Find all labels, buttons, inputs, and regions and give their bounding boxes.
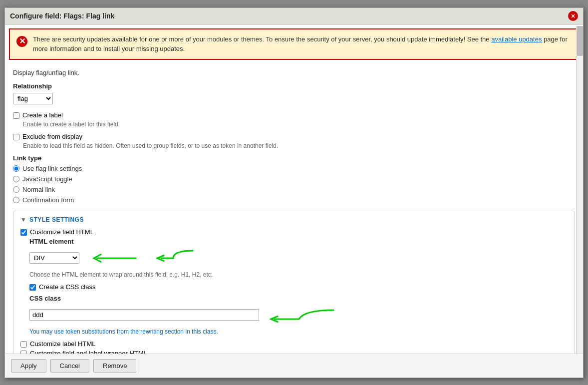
create-css-text: Create a CSS class — [39, 283, 95, 291]
style-settings-title: STYLE SETTINGS — [29, 216, 84, 223]
create-label-row: Create a label — [13, 111, 575, 119]
customize-label-html-checkbox[interactable] — [20, 341, 27, 348]
customize-field-label-wrapper-row: Customize field and label wrapper HTML — [20, 350, 568, 354]
dialog-body: Display flag/unflag link. Relationship f… — [5, 64, 583, 354]
svg-text:✕: ✕ — [19, 37, 25, 45]
exclude-display-text: Exclude from display — [22, 133, 82, 140]
close-button[interactable]: × — [568, 11, 578, 21]
dialog-title: Configure field: Flags: Flag link — [10, 12, 114, 20]
dialog-titlebar: Configure field: Flags: Flag link × — [5, 8, 583, 24]
cancel-button[interactable]: Cancel — [50, 359, 89, 373]
scrollbar-thumb[interactable] — [577, 26, 583, 56]
css-class-help: You may use token substitutions from the… — [29, 328, 568, 335]
security-message: There are security updates available for… — [33, 34, 572, 54]
create-label-text: Create a label — [22, 111, 63, 119]
exclude-display-help: Enable to load this field as hidden. Oft… — [23, 142, 575, 149]
radio-label-use-flag-link: Use flag link settings — [22, 165, 82, 172]
link-type-section: Link type Use flag link settings JavaScr… — [13, 154, 575, 204]
html-element-help: Choose the HTML element to wrap around t… — [29, 271, 568, 278]
style-settings-header: ▼ STYLE SETTINGS — [20, 216, 568, 223]
css-class-group: CSS class You may use token substitution… — [29, 295, 568, 335]
css-class-input[interactable] — [29, 309, 259, 321]
radio-use-flag-link-settings: Use flag link settings — [13, 165, 575, 172]
radio-use-flag-link[interactable] — [13, 165, 19, 172]
remove-button[interactable]: Remove — [93, 359, 136, 373]
error-icon: ✕ — [16, 35, 28, 47]
radio-normal-link-input[interactable] — [13, 186, 19, 193]
scrollbar-track[interactable] — [576, 26, 583, 354]
html-element-select[interactable]: DIV SPAN H1 H2 H3 P — [29, 252, 79, 264]
radio-javascript-toggle-input[interactable] — [13, 176, 19, 182]
radio-confirmation-form: Confirmation form — [13, 196, 575, 204]
radio-label-normal-link: Normal link — [22, 186, 55, 193]
customize-label-html-text: Customize label HTML — [30, 340, 96, 348]
available-updates-link[interactable]: available updates — [491, 35, 542, 43]
create-label-checkbox[interactable] — [13, 112, 19, 119]
relationship-select[interactable]: flag — [13, 93, 53, 104]
html-element-label: HTML element — [29, 238, 568, 245]
radio-label-confirmation-form: Confirmation form — [22, 196, 74, 204]
arrow-annotation-2 — [264, 305, 334, 325]
configure-field-dialog: Configure field: Flags: Flag link × ✕ Th… — [4, 7, 584, 378]
customize-html-row: Customize field HTML — [20, 228, 568, 236]
create-css-row: Create a CSS class — [29, 283, 568, 291]
link-type-label: Link type — [13, 154, 575, 162]
arrow-annotation-1 — [86, 248, 146, 268]
radio-javascript-toggle: JavaScript toggle — [13, 175, 575, 183]
radio-normal-link: Normal link — [13, 186, 575, 193]
customize-field-label-wrapper-text: Customize field and label wrapper HTML — [30, 350, 147, 354]
customize-html-text: Customize field HTML — [30, 228, 94, 236]
css-class-row — [29, 305, 568, 325]
css-class-label: CSS class — [29, 295, 568, 302]
exclude-display-checkbox[interactable] — [13, 134, 19, 140]
security-banner: ✕ There are security updates available f… — [9, 28, 579, 60]
apply-button[interactable]: Apply — [11, 359, 46, 373]
create-css-checkbox[interactable] — [29, 284, 36, 291]
customize-field-label-wrapper-checkbox[interactable] — [20, 351, 27, 354]
relationship-group: Relationship flag — [13, 82, 575, 104]
relationship-label: Relationship — [13, 82, 575, 90]
style-settings-section: ▼ STYLE SETTINGS Customize field HTML HT… — [13, 211, 575, 354]
customize-html-checkbox[interactable] — [20, 229, 27, 236]
collapse-icon[interactable]: ▼ — [20, 216, 26, 223]
radio-label-javascript-toggle: JavaScript toggle — [22, 175, 72, 183]
html-element-row: DIV SPAN H1 H2 H3 P — [29, 248, 568, 268]
exclude-display-row: Exclude from display — [13, 133, 575, 140]
html-element-subsection: HTML element DIV SPAN H1 H2 H3 P — [29, 238, 568, 335]
arrow-curve-1 — [153, 248, 193, 268]
radio-confirmation-form-input[interactable] — [13, 197, 19, 203]
field-description: Display flag/unflag link. — [13, 69, 575, 76]
create-label-help: Enable to create a label for this field. — [23, 121, 575, 128]
dialog-footer: Apply Cancel Remove — [5, 354, 583, 378]
customize-label-html-row: Customize label HTML — [20, 340, 568, 348]
